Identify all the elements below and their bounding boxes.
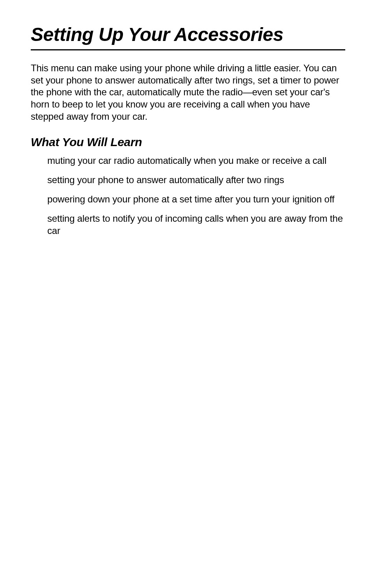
page-title: Setting Up Your Accessories: [31, 24, 345, 50]
document-page: Setting Up Your Accessories This menu ca…: [0, 0, 376, 237]
intro-paragraph: This menu can make using your phone whil…: [31, 62, 345, 123]
list-item: muting your car radio automatically when…: [47, 154, 345, 167]
section-heading: What You Will Learn: [31, 135, 345, 149]
list-item: setting alerts to notify you of incoming…: [47, 212, 345, 237]
list-item: setting your phone to answer automatical…: [47, 174, 345, 186]
list-item: powering down your phone at a set time a…: [47, 193, 345, 205]
learn-list: muting your car radio automatically when…: [31, 154, 345, 237]
